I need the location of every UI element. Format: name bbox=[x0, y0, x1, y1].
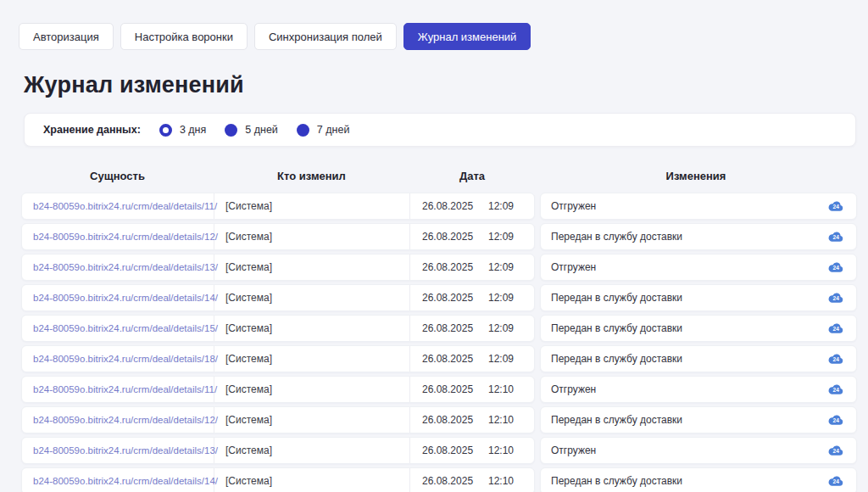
tab-field-sync[interactable]: Синхронизация полей bbox=[254, 23, 397, 50]
table-row: b24-80059o.bitrix24.ru/crm/deal/details/… bbox=[21, 467, 857, 492]
row-main-card: b24-80059o.bitrix24.ru/crm/deal/details/… bbox=[21, 284, 535, 311]
entity-link[interactable]: b24-80059o.bitrix24.ru/crm/deal/details/… bbox=[33, 415, 218, 425]
entity-link[interactable]: b24-80059o.bitrix24.ru/crm/deal/details/… bbox=[33, 262, 218, 272]
bitrix24-cloud-icon[interactable]: 24 bbox=[827, 261, 844, 273]
bitrix24-cloud-icon[interactable]: 24 bbox=[827, 322, 844, 334]
bitrix24-cloud-icon[interactable]: 24 bbox=[827, 444, 844, 456]
bitrix24-cloud-icon[interactable]: 24 bbox=[827, 231, 844, 243]
who-cell: [Система] bbox=[214, 285, 410, 310]
date-cell: 26.08.2025 12:09 bbox=[410, 254, 534, 280]
radio-option-label: 3 дня bbox=[180, 124, 206, 136]
row-change-text: Передан в службу доставки bbox=[551, 414, 682, 426]
column-header-changes: Изменения bbox=[535, 170, 857, 182]
entity-link[interactable]: b24-80059o.bitrix24.ru/crm/deal/details/… bbox=[33, 476, 218, 486]
svg-text:24: 24 bbox=[833, 265, 840, 271]
row-main-card: b24-80059o.bitrix24.ru/crm/deal/details/… bbox=[21, 315, 535, 342]
row-main-card: b24-80059o.bitrix24.ru/crm/deal/details/… bbox=[21, 467, 535, 492]
svg-text:24: 24 bbox=[833, 234, 840, 240]
who-cell: [Система] bbox=[214, 346, 410, 372]
bitrix24-cloud-icon[interactable]: 24 bbox=[827, 353, 844, 365]
svg-text:24: 24 bbox=[833, 295, 840, 301]
entity-cell: b24-80059o.bitrix24.ru/crm/deal/details/… bbox=[22, 377, 214, 402]
row-date: 26.08.2025 bbox=[422, 292, 473, 304]
entity-cell: b24-80059o.bitrix24.ru/crm/deal/details/… bbox=[22, 438, 214, 463]
table-row: b24-80059o.bitrix24.ru/crm/deal/details/… bbox=[21, 406, 857, 433]
entity-link[interactable]: b24-80059o.bitrix24.ru/crm/deal/details/… bbox=[33, 323, 218, 333]
table-row: b24-80059o.bitrix24.ru/crm/deal/details/… bbox=[21, 315, 857, 342]
row-change-text: Передан в службу доставки bbox=[551, 231, 682, 243]
table-row: b24-80059o.bitrix24.ru/crm/deal/details/… bbox=[21, 376, 857, 403]
radio-option-7-days[interactable]: 7 дней bbox=[297, 124, 350, 137]
row-time: 12:10 bbox=[488, 444, 514, 456]
svg-text:24: 24 bbox=[833, 448, 840, 454]
table-row: b24-80059o.bitrix24.ru/crm/deal/details/… bbox=[21, 284, 857, 311]
tab-bar: Авторизация Настройка воронки Синхрониза… bbox=[19, 23, 868, 50]
tab-change-log[interactable]: Журнал изменений bbox=[403, 23, 531, 50]
who-cell: [Система] bbox=[214, 438, 410, 463]
bitrix24-cloud-icon[interactable]: 24 bbox=[827, 292, 844, 304]
row-change-text: Отгружен bbox=[551, 261, 596, 273]
entity-link[interactable]: b24-80059o.bitrix24.ru/crm/deal/details/… bbox=[33, 384, 217, 394]
row-time: 12:10 bbox=[488, 383, 514, 395]
who-cell: [Система] bbox=[214, 193, 410, 219]
row-time: 12:09 bbox=[488, 200, 514, 212]
date-cell: 26.08.2025 12:10 bbox=[410, 407, 534, 433]
column-header-date: Дата bbox=[409, 170, 535, 182]
bitrix24-cloud-icon[interactable]: 24 bbox=[827, 200, 844, 212]
row-change-text: Отгружен bbox=[551, 383, 596, 395]
row-time: 12:09 bbox=[488, 353, 514, 365]
row-date: 26.08.2025 bbox=[422, 414, 473, 426]
row-date: 26.08.2025 bbox=[422, 200, 473, 212]
entity-link[interactable]: b24-80059o.bitrix24.ru/crm/deal/details/… bbox=[33, 445, 218, 456]
entity-cell: b24-80059o.bitrix24.ru/crm/deal/details/… bbox=[22, 468, 214, 492]
page-title: Журнал изменений bbox=[24, 72, 868, 98]
row-time: 12:10 bbox=[488, 475, 514, 487]
radio-unselected-icon[interactable] bbox=[225, 124, 237, 137]
table-row: b24-80059o.bitrix24.ru/crm/deal/details/… bbox=[21, 437, 857, 464]
radio-unselected-icon[interactable] bbox=[297, 124, 309, 137]
bitrix24-cloud-icon[interactable]: 24 bbox=[827, 475, 844, 487]
entity-cell: b24-80059o.bitrix24.ru/crm/deal/details/… bbox=[22, 193, 214, 219]
who-cell: [Система] bbox=[214, 407, 410, 433]
row-date: 26.08.2025 bbox=[422, 261, 473, 273]
bitrix24-cloud-icon[interactable]: 24 bbox=[827, 383, 844, 395]
table-row: b24-80059o.bitrix24.ru/crm/deal/details/… bbox=[21, 345, 857, 372]
entity-cell: b24-80059o.bitrix24.ru/crm/deal/details/… bbox=[22, 316, 214, 341]
column-header-entity: Сущность bbox=[21, 170, 214, 182]
row-change-text: Передан в службу доставки bbox=[551, 322, 682, 334]
radio-selected-icon[interactable] bbox=[159, 124, 172, 137]
date-cell: 26.08.2025 12:09 bbox=[410, 316, 534, 341]
radio-option-5-days[interactable]: 5 дней bbox=[225, 124, 278, 137]
radio-option-label: 7 дней bbox=[317, 124, 350, 136]
svg-text:24: 24 bbox=[833, 326, 840, 332]
row-time: 12:09 bbox=[488, 322, 514, 334]
entity-link[interactable]: b24-80059o.bitrix24.ru/crm/deal/details/… bbox=[33, 232, 218, 242]
changes-cell-card: Передан в службу доставки 24 bbox=[540, 345, 857, 372]
date-cell: 26.08.2025 12:09 bbox=[410, 224, 534, 249]
radio-option-3-days[interactable]: 3 дня bbox=[159, 124, 206, 137]
svg-text:24: 24 bbox=[833, 387, 840, 393]
row-change-text: Отгружен bbox=[551, 200, 596, 212]
svg-text:24: 24 bbox=[833, 356, 840, 362]
date-cell: 26.08.2025 12:10 bbox=[410, 438, 534, 463]
entity-link[interactable]: b24-80059o.bitrix24.ru/crm/deal/details/… bbox=[33, 201, 217, 211]
tab-funnel-settings[interactable]: Настройка воронки bbox=[120, 23, 248, 50]
date-cell: 26.08.2025 12:09 bbox=[410, 193, 534, 219]
bitrix24-cloud-icon[interactable]: 24 bbox=[827, 414, 844, 426]
entity-link[interactable]: b24-80059o.bitrix24.ru/crm/deal/details/… bbox=[33, 354, 218, 364]
entity-cell: b24-80059o.bitrix24.ru/crm/deal/details/… bbox=[22, 285, 214, 310]
table-row: b24-80059o.bitrix24.ru/crm/deal/details/… bbox=[21, 193, 857, 220]
tab-authorization[interactable]: Авторизация bbox=[19, 23, 114, 50]
entity-link[interactable]: b24-80059o.bitrix24.ru/crm/deal/details/… bbox=[33, 293, 218, 303]
who-cell: [Система] bbox=[214, 224, 410, 249]
changes-cell-card: Передан в службу доставки 24 bbox=[540, 406, 857, 433]
storage-settings-card: Хранение данных: 3 дня 5 дней 7 дней bbox=[24, 113, 856, 147]
svg-text:24: 24 bbox=[833, 204, 840, 210]
storage-label: Хранение данных: bbox=[43, 124, 141, 136]
row-date: 26.08.2025 bbox=[422, 444, 473, 456]
who-cell: [Система] bbox=[214, 377, 410, 402]
who-cell: [Система] bbox=[214, 468, 410, 492]
table-body: b24-80059o.bitrix24.ru/crm/deal/details/… bbox=[21, 193, 857, 492]
row-main-card: b24-80059o.bitrix24.ru/crm/deal/details/… bbox=[21, 406, 535, 433]
row-date: 26.08.2025 bbox=[422, 383, 473, 395]
